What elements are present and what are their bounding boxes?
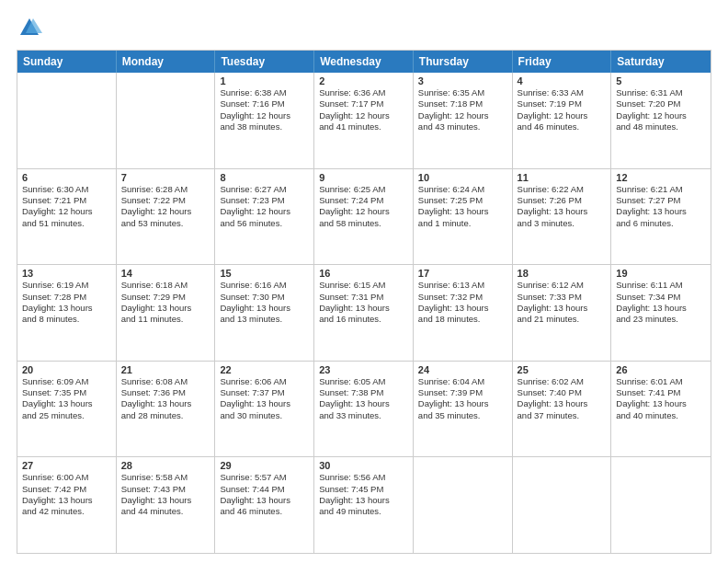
- cell-line: Sunrise: 6:13 AM: [418, 280, 507, 291]
- day-cell-15: 15Sunrise: 6:16 AMSunset: 7:30 PMDayligh…: [215, 265, 314, 361]
- week-row-3: 20Sunrise: 6:09 AMSunset: 7:35 PMDayligh…: [17, 361, 711, 457]
- day-cell-29: 29Sunrise: 5:57 AMSunset: 7:44 PMDayligh…: [215, 457, 314, 553]
- cell-line: and 56 minutes.: [220, 218, 309, 229]
- cell-line: Sunset: 7:33 PM: [518, 292, 607, 303]
- cell-line: Sunset: 7:22 PM: [121, 195, 210, 206]
- cell-line: Daylight: 12 hours: [319, 206, 408, 217]
- cell-line: Sunset: 7:40 PM: [518, 387, 607, 398]
- cell-line: and 38 minutes.: [220, 121, 309, 132]
- cell-line: Sunset: 7:37 PM: [220, 387, 309, 398]
- cell-line: Daylight: 13 hours: [22, 303, 111, 314]
- cell-line: Daylight: 12 hours: [22, 206, 111, 217]
- cell-line: and 49 minutes.: [319, 506, 408, 517]
- cell-line: Sunset: 7:23 PM: [220, 195, 309, 206]
- cell-line: and 8 minutes.: [22, 314, 111, 325]
- day-number: 13: [22, 268, 111, 279]
- day-cell-30: 30Sunrise: 5:56 AMSunset: 7:45 PMDayligh…: [314, 457, 414, 553]
- cell-line: Daylight: 13 hours: [616, 206, 706, 217]
- cell-line: Daylight: 13 hours: [319, 495, 408, 506]
- day-cell-16: 16Sunrise: 6:15 AMSunset: 7:31 PMDayligh…: [314, 265, 414, 361]
- cell-line: Daylight: 13 hours: [121, 495, 210, 506]
- day-cell-6: 6Sunrise: 6:30 AMSunset: 7:21 PMDaylight…: [17, 169, 117, 265]
- cell-line: Sunset: 7:25 PM: [418, 195, 507, 206]
- day-number: 24: [418, 364, 507, 375]
- cell-line: Sunset: 7:21 PM: [22, 195, 111, 206]
- cell-line: and 37 minutes.: [518, 410, 607, 421]
- page: SundayMondayTuesdayWednesdayThursdayFrid…: [0, 0, 728, 563]
- calendar-header-row: SundayMondayTuesdayWednesdayThursdayFrid…: [17, 51, 711, 73]
- day-number: 29: [220, 460, 309, 471]
- day-cell-25: 25Sunrise: 6:02 AMSunset: 7:40 PMDayligh…: [513, 362, 612, 457]
- cell-line: and 46 minutes.: [518, 121, 607, 132]
- day-number: 9: [319, 172, 408, 183]
- cell-line: and 48 minutes.: [616, 121, 706, 132]
- cell-line: Daylight: 12 hours: [418, 110, 507, 121]
- cell-line: Sunrise: 6:09 AM: [22, 376, 111, 387]
- day-cell-18: 18Sunrise: 6:12 AMSunset: 7:33 PMDayligh…: [513, 265, 612, 361]
- cell-line: Sunset: 7:30 PM: [220, 292, 309, 303]
- day-cell-1: 1Sunrise: 6:38 AMSunset: 7:16 PMDaylight…: [215, 73, 314, 168]
- col-header-saturday: Saturday: [611, 51, 711, 73]
- day-number: 27: [22, 460, 111, 471]
- day-number: 21: [121, 364, 210, 375]
- day-number: 7: [121, 172, 210, 183]
- day-number: 1: [220, 75, 309, 86]
- cell-line: Daylight: 13 hours: [220, 398, 309, 409]
- cell-line: Sunrise: 6:31 AM: [616, 87, 706, 98]
- cell-line: and 18 minutes.: [418, 314, 507, 325]
- day-number: 11: [518, 172, 607, 183]
- cell-line: and 21 minutes.: [518, 314, 607, 325]
- day-number: 15: [220, 268, 309, 279]
- col-header-monday: Monday: [117, 51, 216, 73]
- cell-line: Sunrise: 6:28 AM: [121, 184, 210, 195]
- cell-line: and 43 minutes.: [418, 121, 507, 132]
- cell-line: and 23 minutes.: [616, 314, 706, 325]
- cell-line: Daylight: 13 hours: [616, 303, 706, 314]
- cell-line: Daylight: 13 hours: [319, 303, 408, 314]
- day-cell-12: 12Sunrise: 6:21 AMSunset: 7:27 PMDayligh…: [611, 169, 711, 265]
- cell-line: Sunrise: 6:18 AM: [121, 280, 210, 291]
- day-number: 8: [220, 172, 309, 183]
- day-number: 4: [518, 75, 607, 86]
- cell-line: Sunset: 7:41 PM: [616, 387, 706, 398]
- cell-line: Sunrise: 6:25 AM: [319, 184, 408, 195]
- cell-line: Daylight: 13 hours: [518, 398, 607, 409]
- cell-line: Sunrise: 6:12 AM: [518, 280, 607, 291]
- cell-line: Sunset: 7:35 PM: [22, 387, 111, 398]
- cell-line: Sunrise: 6:15 AM: [319, 280, 408, 291]
- cell-line: and 41 minutes.: [319, 121, 408, 132]
- day-number: 25: [518, 364, 607, 375]
- cell-line: and 46 minutes.: [220, 506, 309, 517]
- cell-line: Daylight: 13 hours: [518, 206, 607, 217]
- week-row-1: 6Sunrise: 6:30 AMSunset: 7:21 PMDaylight…: [17, 168, 711, 265]
- day-number: 16: [319, 268, 408, 279]
- cell-line: Sunset: 7:27 PM: [616, 195, 706, 206]
- day-cell-7: 7Sunrise: 6:28 AMSunset: 7:22 PMDaylight…: [117, 169, 216, 265]
- cell-line: Daylight: 13 hours: [121, 303, 210, 314]
- cell-line: Daylight: 13 hours: [418, 303, 507, 314]
- cell-line: Sunset: 7:34 PM: [616, 292, 706, 303]
- cell-line: Daylight: 13 hours: [22, 398, 111, 409]
- cell-line: Sunrise: 6:19 AM: [22, 280, 111, 291]
- day-cell-4: 4Sunrise: 6:33 AMSunset: 7:19 PMDaylight…: [513, 73, 612, 168]
- day-number: 3: [418, 75, 507, 86]
- day-number: 18: [518, 268, 607, 279]
- cell-line: Sunrise: 6:22 AM: [518, 184, 607, 195]
- cell-line: Daylight: 12 hours: [220, 206, 309, 217]
- cell-line: Sunset: 7:16 PM: [220, 98, 309, 109]
- day-number: 28: [121, 460, 210, 471]
- empty-cell: [117, 73, 216, 168]
- cell-line: and 28 minutes.: [121, 410, 210, 421]
- cell-line: Daylight: 13 hours: [319, 398, 408, 409]
- cell-line: Daylight: 13 hours: [22, 495, 111, 506]
- cell-line: and 44 minutes.: [121, 506, 210, 517]
- cell-line: Sunrise: 6:33 AM: [518, 87, 607, 98]
- cell-line: and 51 minutes.: [22, 218, 111, 229]
- logo: [17, 15, 46, 40]
- day-number: 12: [616, 172, 706, 183]
- cell-line: Daylight: 13 hours: [616, 398, 706, 409]
- day-cell-23: 23Sunrise: 6:05 AMSunset: 7:38 PMDayligh…: [314, 362, 414, 457]
- day-cell-9: 9Sunrise: 6:25 AMSunset: 7:24 PMDaylight…: [314, 169, 414, 265]
- cell-line: Sunrise: 6:36 AM: [319, 87, 408, 98]
- cell-line: Daylight: 13 hours: [121, 398, 210, 409]
